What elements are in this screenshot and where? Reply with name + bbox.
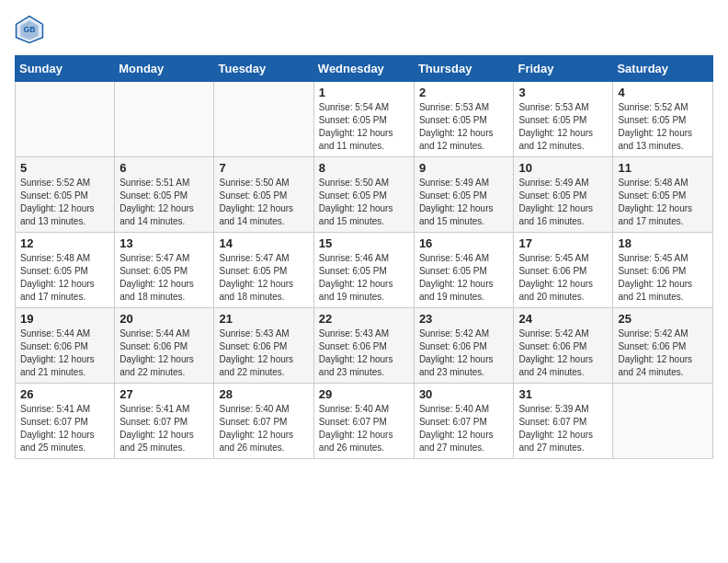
calendar-cell: 13Sunrise: 5:47 AM Sunset: 6:05 PM Dayli… [115,233,214,308]
calendar-cell: 1Sunrise: 5:54 AM Sunset: 6:05 PM Daylig… [313,82,414,157]
day-detail: Sunrise: 5:46 AM Sunset: 6:05 PM Dayligh… [319,252,409,304]
day-detail: Sunrise: 5:40 AM Sunset: 6:07 PM Dayligh… [419,403,509,454]
day-number: 25 [618,312,708,326]
day-number: 8 [319,161,409,175]
day-detail: Sunrise: 5:54 AM Sunset: 6:05 PM Dayligh… [319,101,409,153]
day-number: 29 [319,387,409,401]
calendar-cell: 4Sunrise: 5:52 AM Sunset: 6:05 PM Daylig… [613,82,713,157]
calendar-cell [16,82,115,157]
day-detail: Sunrise: 5:47 AM Sunset: 6:05 PM Dayligh… [119,252,209,304]
day-detail: Sunrise: 5:49 AM Sunset: 6:05 PM Dayligh… [518,177,608,228]
calendar-week-row: 5Sunrise: 5:52 AM Sunset: 6:05 PM Daylig… [16,157,713,233]
day-number: 7 [219,161,308,175]
calendar-cell: 25Sunrise: 5:42 AM Sunset: 6:06 PM Dayli… [613,308,713,384]
calendar-cell: 17Sunrise: 5:45 AM Sunset: 6:06 PM Dayli… [514,233,613,308]
day-detail: Sunrise: 5:53 AM Sunset: 6:05 PM Dayligh… [419,101,509,153]
calendar-cell: 12Sunrise: 5:48 AM Sunset: 6:05 PM Dayli… [16,233,115,308]
logo-icon: GB [15,15,44,44]
calendar-cell: 7Sunrise: 5:50 AM Sunset: 6:05 PM Daylig… [214,157,313,233]
weekday-header-wednesday: Wednesday [313,56,414,82]
day-detail: Sunrise: 5:40 AM Sunset: 6:07 PM Dayligh… [319,403,409,454]
day-number: 19 [20,312,109,326]
day-number: 20 [119,312,209,326]
day-number: 5 [20,161,109,175]
day-number: 10 [518,161,608,175]
calendar-cell [214,82,313,157]
day-number: 9 [419,161,509,175]
day-detail: Sunrise: 5:40 AM Sunset: 6:07 PM Dayligh… [219,403,308,454]
calendar-cell: 26Sunrise: 5:41 AM Sunset: 6:07 PM Dayli… [16,384,115,459]
day-detail: Sunrise: 5:50 AM Sunset: 6:05 PM Dayligh… [219,177,308,228]
day-number: 6 [119,161,209,175]
day-number: 16 [419,236,509,250]
calendar-cell: 14Sunrise: 5:47 AM Sunset: 6:05 PM Dayli… [214,233,313,308]
day-detail: Sunrise: 5:47 AM Sunset: 6:05 PM Dayligh… [219,252,308,304]
day-number: 21 [219,312,308,326]
day-detail: Sunrise: 5:42 AM Sunset: 6:06 PM Dayligh… [618,327,708,379]
day-detail: Sunrise: 5:42 AM Sunset: 6:06 PM Dayligh… [419,327,509,379]
day-number: 14 [219,236,308,250]
day-detail: Sunrise: 5:45 AM Sunset: 6:06 PM Dayligh… [618,252,708,304]
day-number: 18 [618,236,708,250]
calendar-cell: 30Sunrise: 5:40 AM Sunset: 6:07 PM Dayli… [414,384,514,459]
calendar-cell: 16Sunrise: 5:46 AM Sunset: 6:05 PM Dayli… [414,233,514,308]
calendar-cell: 15Sunrise: 5:46 AM Sunset: 6:05 PM Dayli… [313,233,414,308]
day-detail: Sunrise: 5:45 AM Sunset: 6:06 PM Dayligh… [518,252,608,304]
calendar-cell: 19Sunrise: 5:44 AM Sunset: 6:06 PM Dayli… [16,308,115,384]
calendar-cell: 3Sunrise: 5:53 AM Sunset: 6:05 PM Daylig… [514,82,613,157]
weekday-header-saturday: Saturday [613,56,713,82]
logo: GB [15,15,48,44]
day-number: 13 [119,236,209,250]
day-number: 4 [618,86,708,99]
day-detail: Sunrise: 5:50 AM Sunset: 6:05 PM Dayligh… [319,177,409,228]
day-number: 2 [419,86,509,99]
calendar-week-row: 12Sunrise: 5:48 AM Sunset: 6:05 PM Dayli… [16,233,713,308]
calendar-week-row: 1Sunrise: 5:54 AM Sunset: 6:05 PM Daylig… [16,82,713,157]
calendar-week-row: 19Sunrise: 5:44 AM Sunset: 6:06 PM Dayli… [16,308,713,384]
day-number: 30 [419,387,509,401]
day-number: 17 [518,236,608,250]
weekday-header-friday: Friday [514,56,613,82]
day-number: 15 [319,236,409,250]
calendar-cell: 10Sunrise: 5:49 AM Sunset: 6:05 PM Dayli… [514,157,613,233]
calendar-header-row: SundayMondayTuesdayWednesdayThursdayFrid… [16,56,713,82]
day-detail: Sunrise: 5:52 AM Sunset: 6:05 PM Dayligh… [618,101,708,153]
day-detail: Sunrise: 5:52 AM Sunset: 6:05 PM Dayligh… [20,177,109,228]
day-detail: Sunrise: 5:43 AM Sunset: 6:06 PM Dayligh… [219,327,308,379]
day-number: 24 [518,312,608,326]
calendar-cell: 5Sunrise: 5:52 AM Sunset: 6:05 PM Daylig… [16,157,115,233]
weekday-header-thursday: Thursday [414,56,514,82]
svg-text:GB: GB [23,25,35,34]
day-detail: Sunrise: 5:42 AM Sunset: 6:06 PM Dayligh… [518,327,608,379]
day-detail: Sunrise: 5:41 AM Sunset: 6:07 PM Dayligh… [20,403,109,454]
calendar-cell: 8Sunrise: 5:50 AM Sunset: 6:05 PM Daylig… [313,157,414,233]
weekday-header-sunday: Sunday [16,56,115,82]
calendar-cell: 31Sunrise: 5:39 AM Sunset: 6:07 PM Dayli… [514,384,613,459]
calendar-cell: 6Sunrise: 5:51 AM Sunset: 6:05 PM Daylig… [115,157,214,233]
calendar-cell: 27Sunrise: 5:41 AM Sunset: 6:07 PM Dayli… [115,384,214,459]
calendar-cell: 28Sunrise: 5:40 AM Sunset: 6:07 PM Dayli… [214,384,313,459]
calendar-cell: 20Sunrise: 5:44 AM Sunset: 6:06 PM Dayli… [115,308,214,384]
calendar-cell: 29Sunrise: 5:40 AM Sunset: 6:07 PM Dayli… [313,384,414,459]
calendar-cell: 23Sunrise: 5:42 AM Sunset: 6:06 PM Dayli… [414,308,514,384]
calendar-cell [613,384,713,459]
calendar-cell: 18Sunrise: 5:45 AM Sunset: 6:06 PM Dayli… [613,233,713,308]
day-number: 26 [20,387,109,401]
calendar-table: SundayMondayTuesdayWednesdayThursdayFrid… [15,55,713,459]
day-detail: Sunrise: 5:53 AM Sunset: 6:05 PM Dayligh… [518,101,608,153]
weekday-header-tuesday: Tuesday [214,56,313,82]
day-detail: Sunrise: 5:48 AM Sunset: 6:05 PM Dayligh… [20,252,109,304]
calendar-cell: 2Sunrise: 5:53 AM Sunset: 6:05 PM Daylig… [414,82,514,157]
day-detail: Sunrise: 5:49 AM Sunset: 6:05 PM Dayligh… [419,177,509,228]
calendar-cell: 21Sunrise: 5:43 AM Sunset: 6:06 PM Dayli… [214,308,313,384]
page-header: GB [15,15,713,44]
day-detail: Sunrise: 5:39 AM Sunset: 6:07 PM Dayligh… [518,403,608,454]
day-number: 12 [20,236,109,250]
day-detail: Sunrise: 5:48 AM Sunset: 6:05 PM Dayligh… [618,177,708,228]
day-number: 3 [518,86,608,99]
calendar-cell: 22Sunrise: 5:43 AM Sunset: 6:06 PM Dayli… [313,308,414,384]
day-detail: Sunrise: 5:41 AM Sunset: 6:07 PM Dayligh… [119,403,209,454]
calendar-cell: 24Sunrise: 5:42 AM Sunset: 6:06 PM Dayli… [514,308,613,384]
day-detail: Sunrise: 5:43 AM Sunset: 6:06 PM Dayligh… [319,327,409,379]
calendar-week-row: 26Sunrise: 5:41 AM Sunset: 6:07 PM Dayli… [16,384,713,459]
